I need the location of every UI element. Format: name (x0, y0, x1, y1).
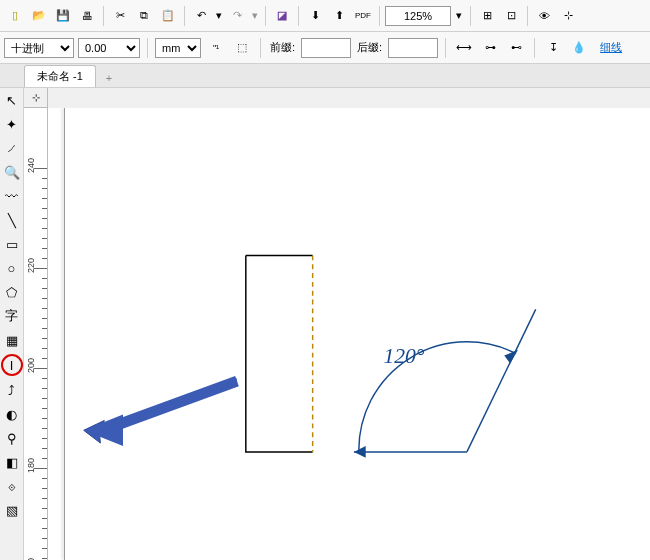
add-tab-button[interactable]: + (100, 69, 118, 87)
text-tool[interactable]: 字 (2, 306, 22, 326)
export-icon[interactable]: ⬆ (328, 5, 350, 27)
connector-tool[interactable]: ⤴ (2, 380, 22, 400)
redo-dropdown-icon[interactable]: ▾ (250, 5, 260, 27)
svg-line-2 (467, 309, 536, 451)
separator (470, 6, 471, 26)
shape-tool[interactable]: ✦ (2, 114, 22, 134)
pdf-icon[interactable]: PDF (352, 5, 374, 27)
main-toolbar: ▯ 📂 💾 🖶 ✂ ⧉ 📋 ↶ ▾ ↷ ▾ ◪ ⬇ ⬆ PDF ▾ ⊞ ⊡ 👁 … (0, 0, 650, 32)
vertical-ruler[interactable]: 240220200180160 (24, 108, 48, 560)
dimension-toolbar: 十进制 0.00 mm "¹ ⬚ 前缀: 后缀: ⟷ ⊶ ⊷ ↧ 💧 细线 (0, 32, 650, 64)
table-tool[interactable]: ▦ (2, 330, 22, 350)
guides-icon[interactable]: ⊹ (557, 5, 579, 27)
undo-dropdown-icon[interactable]: ▾ (214, 5, 224, 27)
fill-tool[interactable]: ◧ (2, 452, 22, 472)
redo-icon[interactable]: ↷ (226, 5, 248, 27)
snap2-icon[interactable]: ⊡ (500, 5, 522, 27)
page-edge (64, 108, 66, 560)
cut-icon[interactable]: ✂ (109, 5, 131, 27)
app-icon[interactable]: ◪ (271, 5, 293, 27)
interactive-tool[interactable]: ⟐ (2, 476, 22, 496)
rectangle-tool[interactable]: ▭ (2, 234, 22, 254)
separator (147, 38, 148, 58)
print-icon[interactable]: 🖶 (76, 5, 98, 27)
left-toolbox: ↖ ✦ ⟋ 🔍 〰 ╲ ▭ ○ ⬠ 字 ▦ I ⤴ ◐ ⚲ ◧ ⟐ ▧ (0, 88, 24, 560)
eyedropper-tool[interactable]: ⚲ (2, 428, 22, 448)
ruler-origin[interactable]: ⊹ (24, 88, 48, 108)
drawing-content: 120° (48, 108, 650, 560)
canvas-area: ⊹ 280260240220200180 240220200180160 (24, 88, 650, 560)
paste-icon[interactable]: 📋 (157, 5, 179, 27)
precision-select[interactable]: 0.00 (78, 38, 140, 58)
workspace: ↖ ✦ ⟋ 🔍 〰 ╲ ▭ ○ ⬠ 字 ▦ I ⤴ ◐ ⚲ ◧ ⟐ ▧ ⊹ 28… (0, 88, 650, 560)
view-icon[interactable]: 👁 (533, 5, 555, 27)
separator (445, 38, 446, 58)
separator (260, 38, 261, 58)
tab-untitled[interactable]: 未命名 -1 (24, 65, 96, 87)
dim-tool2-icon[interactable]: ⊶ (479, 37, 501, 59)
snap-icon[interactable]: ⊞ (476, 5, 498, 27)
pick-tool[interactable]: ↖ (2, 90, 22, 110)
zoom-dropdown-icon[interactable]: ▾ (453, 5, 465, 27)
separator (265, 6, 266, 26)
separator (103, 6, 104, 26)
polygon-tool[interactable]: ⬠ (2, 282, 22, 302)
unit-select[interactable]: mm (155, 38, 201, 58)
separator (298, 6, 299, 26)
undo-icon[interactable]: ↶ (190, 5, 212, 27)
document-tab-bar: 未命名 -1 + (0, 64, 650, 88)
separator (527, 6, 528, 26)
svg-marker-6 (84, 415, 123, 446)
open-file-icon[interactable]: 📂 (28, 5, 50, 27)
separator (379, 6, 380, 26)
dim-tool1-icon[interactable]: ⟷ (453, 37, 475, 59)
zoom-level-input[interactable] (385, 6, 451, 26)
drop-icon[interactable]: 💧 (568, 37, 590, 59)
svg-line-7 (116, 381, 237, 425)
svg-marker-4 (504, 350, 518, 364)
separator (534, 38, 535, 58)
separator (184, 6, 185, 26)
number-format-select[interactable]: 十进制 (4, 38, 74, 58)
suffix-label: 后缀: (357, 40, 382, 55)
svg-marker-5 (84, 378, 237, 443)
show-units-icon[interactable]: "¹ (205, 37, 227, 59)
freehand-tool[interactable]: 〰 (2, 186, 22, 206)
suffix-input[interactable] (388, 38, 438, 58)
prefix-input[interactable] (301, 38, 351, 58)
effects-tool[interactable]: ◐ (2, 404, 22, 424)
line-tool[interactable]: ╲ (2, 210, 22, 230)
dimension-tool[interactable]: I (1, 354, 23, 376)
prefix-label: 前缀: (270, 40, 295, 55)
crop-tool[interactable]: ⟋ (2, 138, 22, 158)
angle-value: 120° (383, 344, 424, 368)
thin-line-link[interactable]: 细线 (600, 40, 622, 55)
save-icon[interactable]: 💾 (52, 5, 74, 27)
dim-style-icon[interactable]: ⬚ (231, 37, 253, 59)
ellipse-tool[interactable]: ○ (2, 258, 22, 278)
new-file-icon[interactable]: ▯ (4, 5, 26, 27)
transparency-tool[interactable]: ▧ (2, 500, 22, 520)
zoom-tool[interactable]: 🔍 (2, 162, 22, 182)
leader-icon[interactable]: ↧ (542, 37, 564, 59)
import-icon[interactable]: ⬇ (304, 5, 326, 27)
dim-tool3-icon[interactable]: ⊷ (505, 37, 527, 59)
tab-label: 未命名 -1 (37, 70, 83, 82)
copy-icon[interactable]: ⧉ (133, 5, 155, 27)
svg-marker-3 (354, 446, 366, 458)
drawing-canvas[interactable]: 120° (48, 108, 650, 560)
